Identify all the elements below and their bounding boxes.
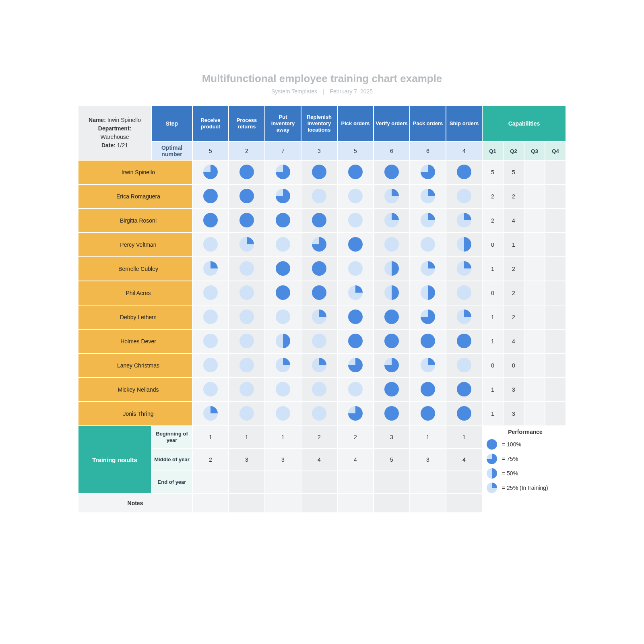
proficiency-cell [193,330,228,353]
optimal-number-value: 2 [229,142,264,160]
proficiency-cell [410,161,446,184]
training-period-label: Middle of year [152,449,192,471]
proficiency-pie-icon [421,285,435,300]
capability-value [545,305,566,329]
proficiency-pie-icon [239,237,254,252]
quarter-header: Q4 [545,142,566,160]
proficiency-cell [338,281,373,305]
proficiency-pie-icon [457,237,471,252]
proficiency-pie-icon [421,406,435,421]
proficiency-pie-icon [312,334,326,348]
notes-cell [229,494,264,512]
proficiency-cell [338,330,373,353]
capability-value: 2 [504,185,524,208]
proficiency-pie-icon [421,310,435,324]
proficiency-pie-icon [487,468,497,479]
proficiency-pie-icon [384,165,399,179]
notes-cell [265,494,301,512]
training-result-value: 1 [229,426,264,448]
proficiency-pie-icon [348,285,363,300]
training-result-value [301,471,337,493]
proficiency-pie-icon [276,165,290,179]
training-result-value: 1 [265,426,301,448]
proficiency-cell [301,402,337,425]
capability-value: 0 [504,354,524,377]
proficiency-pie-icon [276,237,290,252]
proficiency-pie-icon [457,358,471,372]
capability-value: 0 [483,281,503,305]
proficiency-pie-icon [384,310,399,324]
proficiency-pie-icon [348,310,363,324]
notes-cell [338,494,373,512]
capability-value: 3 [504,378,524,401]
proficiency-cell [446,257,482,281]
training-result-value [410,471,446,493]
proficiency-cell [338,305,373,329]
employee-row: Irwin Spinello55 [78,161,566,184]
legend-label: = 100% [502,441,521,448]
proficiency-cell [193,378,228,401]
proficiency-pie-icon [203,285,218,300]
proficiency-pie-icon [203,261,218,276]
capability-value [524,402,545,425]
employee-name: Laney Christmas [78,354,192,377]
page-title: Multifunctional employee training chart … [40,72,604,85]
proficiency-cell [229,354,264,377]
capability-value [524,185,545,208]
proficiency-cell [265,233,301,256]
quarter-header: Q2 [504,142,524,160]
proficiency-cell [446,305,482,329]
proficiency-cell [446,161,482,184]
proficiency-pie-icon [203,358,218,372]
proficiency-cell [301,209,337,232]
optimal-number-value: 5 [338,142,373,160]
proficiency-cell [229,257,264,281]
capability-value [545,257,566,281]
capability-value: 1 [504,233,524,256]
proficiency-pie-icon [239,406,254,421]
proficiency-pie-icon [239,310,254,324]
capability-value [545,354,566,377]
proficiency-cell [229,161,264,184]
capability-value: 1 [483,257,503,281]
proficiency-cell [374,257,409,281]
proficiency-cell [265,305,301,329]
proficiency-pie-icon [384,334,399,348]
proficiency-cell [446,233,482,256]
proficiency-cell [410,305,446,329]
proficiency-cell [229,402,264,425]
optimal-number-value: 6 [374,142,409,160]
page-subtitle: System Templates | February 7, 2025 [40,88,604,95]
subtitle-separator: | [323,88,324,95]
employee-name: Mickey Neilands [78,378,192,401]
quarter-header: Q1 [483,142,503,160]
training-result-value: 4 [338,449,373,471]
capability-value: 2 [483,185,503,208]
training-period-label: Beginning of year [152,426,192,448]
proficiency-cell [338,378,373,401]
employee-info: Name: Irwin Spinello Department: Warehou… [78,106,151,160]
proficiency-pie-icon [239,285,254,300]
proficiency-pie-icon [312,406,326,421]
proficiency-pie-icon [239,261,254,276]
capability-value [545,185,566,208]
proficiency-pie-icon [487,439,497,450]
optimal-number-value: 7 [265,142,301,160]
training-result-value [193,471,228,493]
proficiency-cell [374,305,409,329]
employee-row: Erica Romaguera22 [78,185,566,208]
proficiency-pie-icon [384,382,399,396]
proficiency-pie-icon [312,310,326,324]
proficiency-cell [265,281,301,305]
capability-value [545,330,566,353]
training-result-value: 1 [410,426,446,448]
capability-value [545,378,566,401]
proficiency-cell [374,330,409,353]
proficiency-pie-icon [312,237,326,252]
capability-value: 0 [483,354,503,377]
optimal-number-header: Optimal number [152,142,192,160]
proficiency-pie-icon [457,165,471,179]
proficiency-cell [374,185,409,208]
proficiency-cell [446,378,482,401]
capability-value: 1 [483,305,503,329]
